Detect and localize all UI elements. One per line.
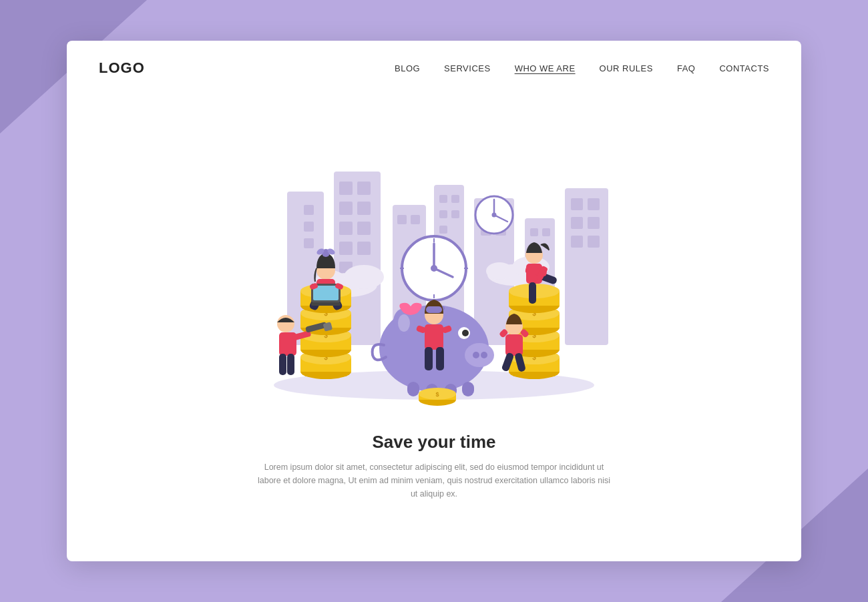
svg-text:$: $ (435, 391, 439, 398)
page-subtext: Lorem ipsum dolor sit amet, consectetur … (254, 461, 614, 501)
svg-rect-21 (451, 210, 459, 218)
svg-rect-10 (357, 222, 371, 235)
svg-rect-127 (425, 324, 443, 350)
svg-rect-129 (436, 347, 444, 370)
svg-point-59 (473, 352, 479, 358)
svg-point-39 (344, 265, 384, 289)
svg-rect-34 (571, 217, 583, 229)
navbar: LOGO BLOG SERVICES WHO WE ARE OUR RULES … (67, 41, 801, 90)
svg-rect-128 (425, 347, 433, 370)
main-content: $ $ $ $ $ (67, 90, 801, 561)
svg-rect-65 (407, 382, 419, 396)
svg-rect-11 (339, 242, 353, 255)
text-section: Save your time Lorem ipsum dolor sit ame… (227, 432, 641, 501)
svg-rect-5 (339, 182, 353, 195)
nav-faq[interactable]: FAQ (677, 63, 696, 73)
svg-rect-15 (397, 215, 407, 224)
svg-rect-122 (311, 302, 341, 306)
svg-rect-33 (588, 198, 600, 210)
nav-who-we-are[interactable]: WHO WE ARE (515, 63, 576, 73)
svg-rect-9 (339, 222, 353, 235)
svg-rect-140 (529, 282, 536, 304)
svg-rect-2 (304, 222, 314, 232)
svg-rect-8 (357, 202, 371, 215)
svg-rect-133 (505, 334, 523, 356)
nav-blog[interactable]: BLOG (395, 63, 420, 73)
svg-rect-121 (313, 286, 339, 300)
svg-rect-19 (451, 195, 459, 203)
svg-rect-20 (439, 210, 447, 218)
svg-rect-6 (357, 182, 371, 195)
hero-illustration: $ $ $ $ $ (207, 152, 661, 432)
svg-rect-12 (357, 242, 371, 255)
svg-rect-109 (287, 354, 294, 375)
svg-point-64 (398, 314, 410, 332)
svg-rect-18 (439, 195, 447, 203)
logo[interactable]: LOGO (99, 59, 145, 77)
svg-rect-68 (462, 382, 474, 396)
svg-rect-7 (339, 202, 353, 215)
main-card: LOGO BLOG SERVICES WHO WE ARE OUR RULES … (67, 41, 801, 561)
svg-point-43 (486, 262, 513, 280)
svg-rect-29 (530, 228, 538, 236)
svg-point-60 (481, 352, 487, 358)
nav-our-rules[interactable]: OUR RULES (600, 63, 653, 73)
svg-rect-16 (411, 215, 420, 224)
svg-point-48 (431, 265, 437, 272)
nav-links: BLOG SERVICES WHO WE ARE OUR RULES FAQ C… (395, 63, 769, 73)
svg-rect-108 (279, 354, 286, 375)
svg-rect-22 (439, 226, 447, 234)
svg-rect-126 (426, 306, 442, 313)
nav-contacts[interactable]: CONTACTS (719, 63, 769, 73)
svg-rect-32 (571, 198, 583, 210)
svg-rect-36 (571, 236, 583, 248)
svg-rect-3 (304, 238, 314, 248)
svg-rect-35 (588, 217, 600, 229)
svg-rect-37 (588, 236, 600, 248)
page-headline: Save your time (254, 432, 614, 453)
svg-point-62 (462, 330, 469, 336)
svg-point-106 (277, 315, 294, 332)
svg-rect-30 (542, 228, 550, 236)
svg-rect-31 (565, 188, 608, 345)
svg-point-56 (492, 212, 497, 217)
svg-rect-1 (304, 205, 314, 215)
nav-services[interactable]: SERVICES (444, 63, 491, 73)
